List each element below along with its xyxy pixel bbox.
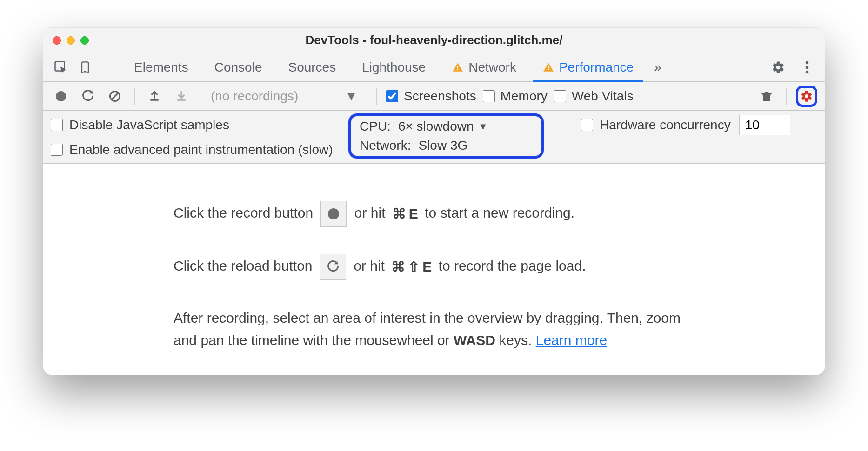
checkbox-label: Hardware concurrency	[600, 118, 731, 133]
svg-rect-5	[548, 66, 549, 68]
advanced-paint-input[interactable]	[51, 144, 63, 156]
tab-sources[interactable]: Sources	[276, 53, 348, 81]
reload-button-illustration[interactable]	[320, 254, 346, 280]
tab-label: Console	[214, 60, 262, 75]
divider	[102, 59, 102, 76]
svg-rect-3	[457, 66, 458, 68]
tab-label: Performance	[559, 60, 634, 75]
web-vitals-checkbox-input[interactable]	[554, 90, 566, 102]
hardware-concurrency-checkbox[interactable]: Hardware concurrency	[581, 118, 731, 133]
svg-point-8	[806, 66, 809, 69]
network-label: Network:	[360, 138, 411, 153]
checkbox-label: Enable advanced paint instrumentation (s…	[69, 142, 333, 157]
tab-label: Network	[468, 60, 516, 75]
checkbox-label: Screenshots	[404, 89, 476, 104]
checkbox-label: Disable JavaScript samples	[69, 118, 229, 133]
record-button[interactable]	[51, 86, 71, 106]
tab-performance[interactable]: Performance	[530, 53, 646, 81]
tab-network[interactable]: Network	[440, 53, 528, 81]
instruction-reload: Click the reload button or hit ⌘ ⇧ E to …	[174, 254, 694, 280]
reload-record-button[interactable]	[78, 86, 98, 106]
warning-icon	[452, 61, 464, 73]
screenshots-checkbox[interactable]: Screenshots	[386, 89, 476, 104]
memory-checkbox[interactable]: Memory	[483, 89, 548, 104]
close-window-button[interactable]	[53, 36, 61, 45]
svg-rect-4	[457, 69, 458, 70]
minimize-window-button[interactable]	[67, 36, 75, 45]
divider	[786, 88, 787, 105]
recordings-label: (no recordings)	[211, 89, 298, 104]
chevrons-icon: »	[654, 60, 661, 75]
warning-icon	[542, 61, 554, 73]
network-value: Slow 3G	[418, 138, 467, 153]
screenshots-checkbox-input[interactable]	[386, 90, 398, 102]
disable-js-samples-input[interactable]	[51, 119, 63, 131]
window-title: DevTools - foul-heavenly-direction.glitc…	[43, 33, 825, 47]
kebab-menu-icon[interactable]	[797, 57, 817, 78]
learn-more-link[interactable]: Learn more	[536, 332, 607, 348]
divider	[201, 88, 201, 105]
performance-toolbar: (no recordings) ▼ Screenshots Memory Web…	[43, 82, 825, 111]
clear-button[interactable]	[105, 86, 125, 106]
more-tabs-button[interactable]: »	[648, 53, 668, 81]
capture-settings-button[interactable]	[796, 86, 817, 107]
tab-lighthouse[interactable]: Lighthouse	[350, 53, 438, 81]
svg-point-7	[806, 61, 809, 64]
empty-state: Click the record button or hit ⌘ E to st…	[43, 164, 825, 375]
panel-tabs: Elements Console Sources Lighthouse Netw…	[122, 53, 761, 81]
memory-checkbox-input[interactable]	[483, 90, 495, 102]
disable-js-samples-checkbox[interactable]: Disable JavaScript samples	[51, 118, 348, 133]
hardware-concurrency: Hardware concurrency	[544, 115, 817, 135]
instruction-record: Click the record button or hit ⌘ E to st…	[174, 201, 694, 227]
titlebar: DevTools - foul-heavenly-direction.glitc…	[43, 28, 825, 53]
web-vitals-checkbox[interactable]: Web Vitals	[554, 89, 634, 104]
cmd-key-icon: ⌘	[392, 203, 406, 225]
zoom-window-button[interactable]	[80, 36, 89, 45]
checkbox-label: Memory	[501, 89, 548, 104]
cmd-key-icon: ⌘	[391, 256, 405, 278]
cpu-value: 6× slowdown	[398, 119, 474, 134]
window-controls	[53, 36, 89, 45]
panel-tabbar: Elements Console Sources Lighthouse Netw…	[43, 53, 825, 82]
network-throttling-row[interactable]: Network: Slow 3G	[351, 136, 541, 155]
instruction-after: After recording, select an area of inter…	[174, 307, 694, 352]
devtools-window: DevTools - foul-heavenly-direction.glitc…	[43, 28, 825, 375]
tab-elements[interactable]: Elements	[122, 53, 200, 81]
device-toolbar-icon[interactable]	[75, 57, 95, 78]
cpu-label: CPU:	[360, 119, 391, 134]
svg-rect-13	[177, 99, 185, 100]
cpu-throttling-row[interactable]: CPU: 6× slowdown▼	[351, 117, 541, 136]
throttling-highlight: CPU: 6× slowdown▼ Network: Slow 3G	[348, 113, 544, 159]
record-button-illustration[interactable]	[320, 201, 347, 227]
chevron-down-icon: ▼	[345, 89, 358, 104]
svg-rect-6	[548, 69, 549, 70]
capture-settings-panel: Disable JavaScript samples CPU: 6× slowd…	[43, 111, 825, 164]
checkbox-label: Web Vitals	[572, 89, 634, 104]
settings-icon[interactable]	[768, 57, 788, 78]
recordings-dropdown[interactable]: (no recordings) ▼	[211, 89, 367, 104]
tab-label: Sources	[288, 60, 336, 75]
inspect-element-icon[interactable]	[51, 57, 71, 78]
tab-label: Lighthouse	[362, 60, 426, 75]
garbage-collect-icon[interactable]	[756, 86, 777, 106]
hardware-concurrency-field[interactable]	[739, 115, 790, 135]
divider	[134, 88, 135, 105]
svg-rect-12	[150, 99, 158, 100]
svg-line-11	[111, 92, 119, 99]
shift-key-icon: ⇧	[408, 256, 420, 278]
advanced-paint-checkbox[interactable]: Enable advanced paint instrumentation (s…	[51, 142, 348, 157]
svg-point-9	[806, 70, 809, 73]
load-profile-icon[interactable]	[144, 86, 165, 106]
divider	[376, 88, 377, 105]
tab-label: Elements	[134, 60, 188, 75]
save-profile-icon[interactable]	[171, 86, 192, 106]
svg-rect-15	[761, 93, 772, 94]
chevron-down-icon: ▼	[479, 121, 488, 132]
hardware-concurrency-input[interactable]	[581, 119, 593, 131]
tab-console[interactable]: Console	[202, 53, 274, 81]
svg-rect-14	[765, 92, 769, 93]
